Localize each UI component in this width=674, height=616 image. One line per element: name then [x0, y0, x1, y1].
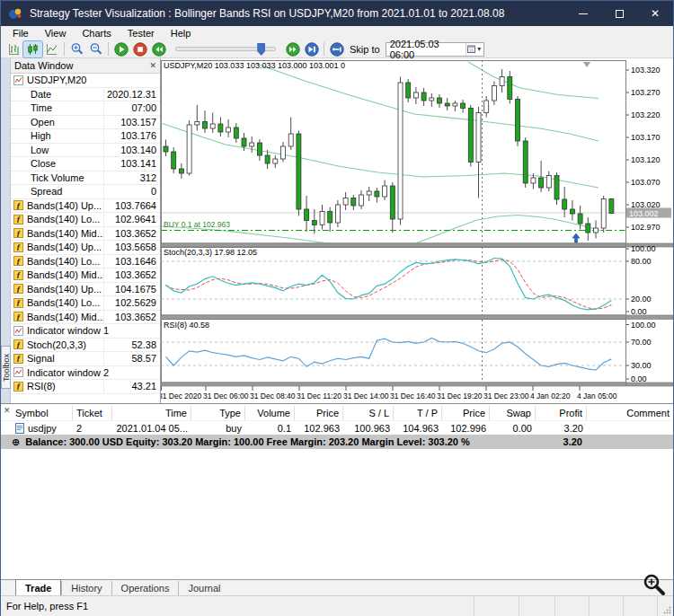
candle-body: [430, 98, 434, 101]
title-bar: Strategy Tester Visualization : Bollinge…: [1, 1, 673, 26]
panel-splitter[interactable]: [161, 243, 673, 247]
play-icon: [114, 42, 129, 57]
close-button[interactable]: ✕: [637, 1, 673, 26]
candle-body: [563, 199, 567, 209]
skip-to-button[interactable]: [327, 41, 346, 57]
column-header-s-l[interactable]: S / L: [343, 406, 394, 420]
column-header-symbol[interactable]: Symbol: [12, 406, 73, 420]
window-title: Strategy Tester Visualization : Bollinge…: [30, 7, 565, 20]
candle-body: [203, 122, 208, 129]
menu-item-file[interactable]: File: [4, 28, 37, 39]
row-value: 43.21: [104, 381, 160, 392]
column-header-ticket[interactable]: Ticket: [73, 406, 112, 420]
trade-table-header: SymbolTicketTimeTypeVolumePriceS / LT / …: [1, 406, 673, 420]
row-value: 103.1646: [104, 256, 160, 267]
price-axis-label: 103.320: [631, 66, 661, 75]
tab-trade[interactable]: Trade: [15, 579, 61, 595]
play-button[interactable]: [111, 41, 130, 57]
menu-item-charts[interactable]: Charts: [74, 28, 119, 39]
status-cell: [474, 596, 519, 616]
rsi-axis-label: 30.00: [631, 361, 652, 370]
rewind-button[interactable]: [149, 41, 168, 57]
chart-svg[interactable]: USDJPY,M20 103.033 103.033 103.000 103.0…: [161, 58, 673, 403]
trade-cell-symbol: usdjpy: [12, 421, 73, 435]
column-header-price[interactable]: Price: [442, 406, 490, 420]
date-picker-dropdown-button[interactable]: ▼: [466, 43, 483, 56]
function-icon: [13, 242, 23, 252]
expand-icon[interactable]: ⊕: [12, 436, 20, 448]
tab-journal[interactable]: Journal: [178, 581, 229, 595]
data-window-close-icon[interactable]: ✕: [149, 61, 156, 70]
stop-icon: [133, 42, 147, 57]
speed-slider-handle[interactable]: [257, 43, 265, 56]
line-chart-button[interactable]: [42, 41, 61, 57]
candle-body: [375, 191, 379, 197]
time-axis-label: 31 Dec 11:20: [297, 392, 341, 400]
candle-body: [187, 125, 191, 173]
candle-body: [305, 209, 309, 221]
minimize-button[interactable]: [565, 1, 601, 26]
candle-body: [297, 134, 301, 209]
row-label: Bands(140) Mid...: [27, 228, 104, 239]
data-window: Data Window ✕ USDJPY,M20Date2020.12.31Ti…: [11, 58, 161, 403]
row-label: Bands(140) Up...: [27, 284, 102, 295]
candle-body: [554, 176, 559, 200]
column-header-time[interactable]: Time: [112, 406, 191, 420]
candlestick-chart-button[interactable]: [23, 41, 42, 57]
column-header-t-p[interactable]: T / P: [394, 406, 442, 420]
trade-row[interactable]: usdjpy22021.01.04 05...buy0.1102.963100.…: [1, 420, 673, 435]
data-window-row-bands-140-up: Bands(140) Up...104.1675: [11, 283, 160, 297]
column-header-type[interactable]: Type: [191, 406, 245, 420]
row-label: Date: [31, 89, 51, 100]
data-window-row-bands-140-mid: Bands(140) Mid...103.3652: [11, 268, 160, 283]
function-icon: [13, 339, 23, 349]
magnifier-icon[interactable]: [643, 573, 666, 596]
data-window-rows: USDJPY,M20Date2020.12.31Time07:00Open103…: [11, 74, 160, 403]
menu-item-tester[interactable]: Tester: [120, 28, 163, 39]
speed-slider[interactable]: [175, 47, 276, 51]
data-window-row-high: High103.176: [11, 129, 160, 144]
tab-history[interactable]: History: [61, 581, 111, 595]
zoom-in-button[interactable]: [67, 41, 86, 57]
resize-grip[interactable]: [657, 596, 673, 616]
toolbox-close-icon[interactable]: ✕: [4, 406, 11, 415]
balance-profit: 3.20: [536, 436, 582, 447]
time-axis-label: 31 Dec 2020: [161, 392, 201, 400]
candle-body: [320, 212, 324, 225]
skip-to-date-input[interactable]: 2021.05.03 06:00 ▼: [386, 42, 484, 57]
column-header-volume[interactable]: Volume: [245, 406, 295, 420]
tab-operations[interactable]: Operations: [111, 581, 179, 595]
stoch-axis-label: 0.00: [631, 307, 647, 316]
maximize-button[interactable]: [601, 1, 637, 26]
zoom-out-button[interactable]: [86, 41, 105, 57]
candle-body: [531, 178, 536, 183]
candle-body: [351, 198, 356, 207]
maximize-icon: [616, 10, 624, 18]
row-value: 103.3652: [104, 312, 160, 322]
candle-body: [367, 191, 371, 195]
bar-chart-button[interactable]: [4, 41, 23, 57]
time-axis-label: 31 Dec 08:40: [250, 392, 296, 400]
data-window-row-bands-140-mid: Bands(140) Mid...103.3652: [11, 311, 160, 325]
balance-row[interactable]: ⊕ Balance: 300.00 USD Equity: 303.20 Mar…: [1, 435, 673, 449]
menu-item-help[interactable]: Help: [163, 28, 200, 39]
panel-splitter[interactable]: [161, 383, 673, 386]
skip-to-end-button[interactable]: [302, 41, 321, 57]
panel-splitter[interactable]: [161, 315, 673, 320]
chart-area[interactable]: USDJPY,M20 103.033 103.033 103.000 103.0…: [161, 58, 673, 403]
stop-button[interactable]: [130, 41, 149, 57]
column-header-price[interactable]: Price: [295, 406, 343, 420]
candle-body: [226, 128, 231, 132]
menu-item-view[interactable]: View: [37, 28, 75, 39]
column-header-comment[interactable]: Comment: [587, 406, 673, 420]
column-header-profit[interactable]: Profit: [536, 406, 587, 420]
toolbar-separator: [64, 42, 65, 56]
candlestick-chart-icon: [26, 43, 40, 56]
toolbox-vertical-tab[interactable]: Toolbox: [1, 346, 11, 389]
menu-bar: FileViewChartsTesterHelp: [1, 26, 673, 40]
chart-icon: [13, 367, 23, 377]
fast-forward-button[interactable]: [283, 41, 302, 57]
price-axis-label: 103.220: [631, 110, 661, 119]
column-header-swap[interactable]: Swap: [490, 406, 536, 420]
order-icon: [15, 423, 24, 434]
